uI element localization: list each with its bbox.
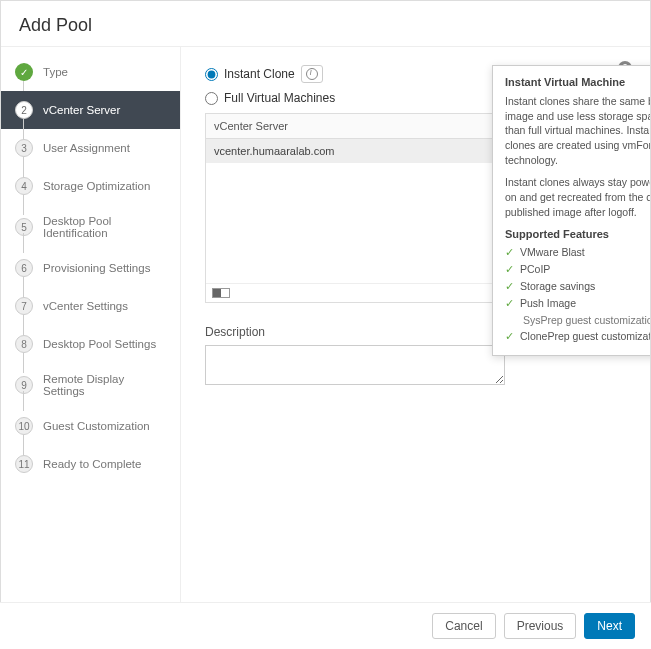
- step-storage-optimization: 4Storage Optimization: [1, 167, 180, 205]
- next-button[interactable]: Next: [584, 613, 635, 639]
- step-user-assignment: 3User Assignment: [1, 129, 180, 167]
- feature-item: Push Image: [505, 295, 651, 312]
- cancel-button[interactable]: Cancel: [432, 613, 495, 639]
- column-toggle-icon[interactable]: [212, 288, 230, 298]
- step-guest-customization: 10Guest Customization: [1, 407, 180, 445]
- popover-text-1: Instant clones share the same base image…: [505, 94, 651, 167]
- instant-clone-label: Instant Clone: [224, 67, 295, 81]
- full-vm-radio[interactable]: [205, 92, 218, 105]
- dialog-footer: Cancel Previous Next: [0, 602, 651, 649]
- info-icon: [306, 68, 318, 80]
- info-popover: × Instant Virtual Machine Instant clones…: [492, 65, 651, 356]
- dialog-title: Add Pool: [1, 1, 650, 47]
- wizard-steps: Type 2vCenter Server 3User Assignment 4S…: [1, 47, 181, 604]
- feature-list: VMware Blast PCoIP Storage savings Push …: [505, 244, 651, 345]
- info-button[interactable]: [301, 65, 323, 83]
- supported-features-label: Supported Features: [505, 228, 651, 240]
- feature-item: VMware Blast: [505, 244, 651, 261]
- step-desktop-pool-settings: 8Desktop Pool Settings: [1, 325, 180, 363]
- step-type[interactable]: Type: [1, 53, 180, 91]
- step-desktop-pool-identification: 5Desktop Pool Identification: [1, 205, 180, 249]
- table-header: vCenter Server: [206, 114, 504, 139]
- description-input[interactable]: [205, 345, 505, 385]
- step-vcenter-server[interactable]: 2vCenter Server: [1, 91, 180, 129]
- instant-clone-radio[interactable]: [205, 68, 218, 81]
- step-ready-to-complete: 11Ready to Complete: [1, 445, 180, 483]
- feature-item: ClonePrep guest customization: [505, 328, 651, 345]
- feature-subitem: SysPrep guest customization: [505, 312, 651, 328]
- popover-title: Instant Virtual Machine: [505, 76, 651, 88]
- feature-item: PCoIP: [505, 261, 651, 278]
- table-row[interactable]: vcenter.humaaralab.com: [206, 139, 504, 163]
- step-vcenter-settings: 7vCenter Settings: [1, 287, 180, 325]
- popover-text-2: Instant clones always stay powered on an…: [505, 175, 651, 219]
- step-provisioning-settings: 6Provisioning Settings: [1, 249, 180, 287]
- step-remote-display-settings: 9Remote Display Settings: [1, 363, 180, 407]
- previous-button[interactable]: Previous: [504, 613, 577, 639]
- full-vm-label: Full Virtual Machines: [224, 91, 335, 105]
- feature-item: Storage savings: [505, 278, 651, 295]
- vcenter-table: vCenter Server vcenter.humaaralab.com: [205, 113, 505, 303]
